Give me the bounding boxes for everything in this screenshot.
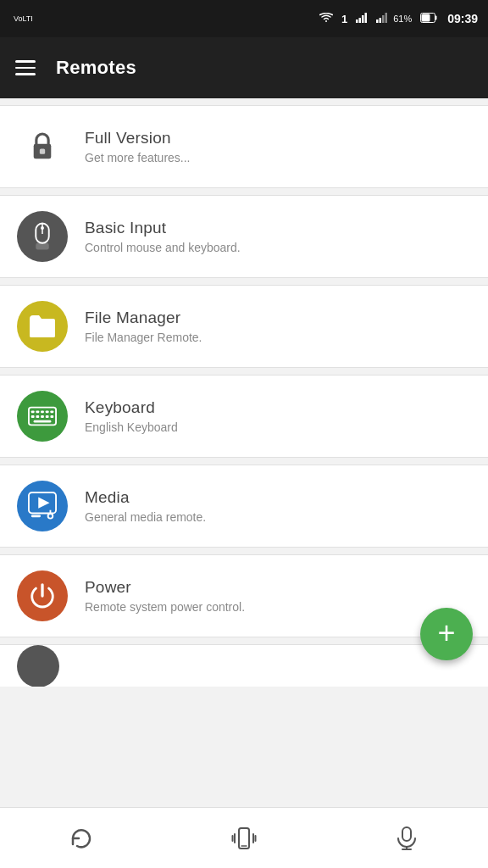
phone-vibrate-icon: [231, 826, 257, 851]
refresh-icon: [69, 826, 94, 851]
svg-rect-10: [435, 16, 437, 20]
svg-rect-18: [30, 322, 55, 337]
basic-input-title: Basic Input: [85, 219, 241, 237]
file-manager-subtitle: File Manager Remote.: [85, 331, 202, 344]
svg-rect-28: [46, 415, 49, 418]
svg-rect-6: [380, 18, 382, 23]
power-icon: [28, 581, 57, 610]
svg-rect-24: [50, 410, 53, 413]
nav-refresh-button[interactable]: [0, 808, 163, 868]
svg-rect-3: [362, 15, 364, 23]
page-title: Remotes: [56, 57, 136, 79]
sim-icon: 1: [341, 13, 347, 25]
svg-rect-42: [402, 827, 411, 841]
bottom-navigation: [0, 807, 488, 868]
power-text: Power Remote system power control.: [85, 578, 245, 614]
menu-button[interactable]: [15, 60, 36, 75]
svg-rect-27: [41, 415, 44, 418]
toolbar: Remotes: [0, 37, 488, 98]
keyboard-text: Keyboard English Keyboard: [85, 398, 178, 434]
signal-icon: [356, 13, 368, 25]
list-item-file-manager[interactable]: File Manager File Manager Remote.: [0, 285, 488, 368]
svg-rect-17: [36, 243, 48, 250]
full-version-text: Full Version Get more features...: [85, 129, 191, 164]
svg-rect-8: [385, 13, 388, 23]
keyboard-icon-wrap: [17, 391, 68, 442]
full-version-title: Full Version: [85, 129, 191, 147]
keyboard-icon: [28, 402, 57, 431]
signal2-icon: [376, 13, 388, 25]
remotes-list: Full Version Get more features... Basic …: [0, 105, 488, 687]
media-title: Media: [85, 488, 206, 507]
file-manager-text: File Manager File Manager Remote.: [85, 309, 202, 344]
list-item-keyboard[interactable]: Keyboard English Keyboard: [0, 375, 488, 458]
svg-rect-33: [31, 515, 41, 517]
keyboard-subtitle: English Keyboard: [85, 420, 178, 434]
svg-marker-32: [38, 498, 49, 509]
battery-label: 61%: [393, 14, 412, 24]
svg-rect-21: [36, 410, 39, 413]
svg-rect-5: [376, 19, 379, 23]
status-time: 09:39: [447, 12, 478, 25]
svg-rect-20: [31, 410, 35, 413]
keyboard-title: Keyboard: [85, 398, 178, 417]
media-subtitle: General media remote.: [85, 510, 206, 524]
basic-input-subtitle: Control mouse and keyboard.: [85, 241, 241, 254]
svg-rect-30: [34, 420, 52, 423]
folder-icon: [28, 312, 57, 341]
svg-rect-22: [41, 410, 44, 413]
file-manager-icon-wrap: [17, 301, 68, 352]
full-version-icon-wrap: [17, 121, 68, 172]
svg-rect-13: [40, 148, 45, 153]
list-item-basic-input[interactable]: Basic Input Control mouse and keyboard.: [0, 195, 488, 278]
list-item-media[interactable]: Media General media remote.: [0, 465, 488, 548]
basic-input-icon-wrap: [17, 211, 68, 262]
svg-rect-25: [31, 415, 35, 418]
status-bar: VoLTE 1 61%: [0, 0, 488, 37]
microphone-icon: [394, 826, 419, 851]
svg-rect-1: [356, 19, 358, 23]
list-item-partial[interactable]: [0, 644, 488, 687]
svg-rect-11: [422, 14, 430, 22]
partial-icon-wrap: [17, 645, 59, 687]
media-icon-wrap: [17, 481, 68, 531]
svg-rect-23: [46, 410, 49, 413]
nav-phone-button[interactable]: [163, 808, 325, 868]
file-manager-title: File Manager: [85, 309, 202, 327]
svg-text:VoLTE: VoLTE: [14, 14, 32, 23]
fab-add-button[interactable]: +: [420, 608, 473, 660]
svg-rect-26: [36, 415, 39, 418]
svg-rect-7: [382, 15, 385, 23]
lock-icon: [26, 131, 58, 163]
mouse-icon: [28, 222, 57, 251]
svg-rect-4: [365, 13, 368, 23]
fab-plus-icon: +: [437, 618, 455, 648]
svg-point-16: [41, 226, 44, 230]
play-icon: [28, 492, 57, 520]
media-text: Media General media remote.: [85, 488, 206, 524]
volte-icon: VoLTE: [14, 12, 32, 25]
list-item-power[interactable]: Power Remote system power control. +: [0, 554, 488, 637]
svg-rect-2: [359, 18, 362, 23]
svg-point-34: [48, 514, 53, 519]
full-version-subtitle: Get more features...: [85, 151, 191, 164]
basic-input-text: Basic Input Control mouse and keyboard.: [85, 219, 241, 254]
power-subtitle: Remote system power control.: [85, 600, 245, 614]
svg-rect-29: [50, 415, 53, 418]
nav-mic-button[interactable]: [325, 808, 488, 868]
power-icon-wrap: [17, 570, 68, 621]
wifi-icon: [319, 13, 333, 25]
list-item-full-version[interactable]: Full Version Get more features...: [0, 105, 488, 188]
battery-icon: [420, 13, 437, 25]
power-title: Power: [85, 578, 245, 597]
